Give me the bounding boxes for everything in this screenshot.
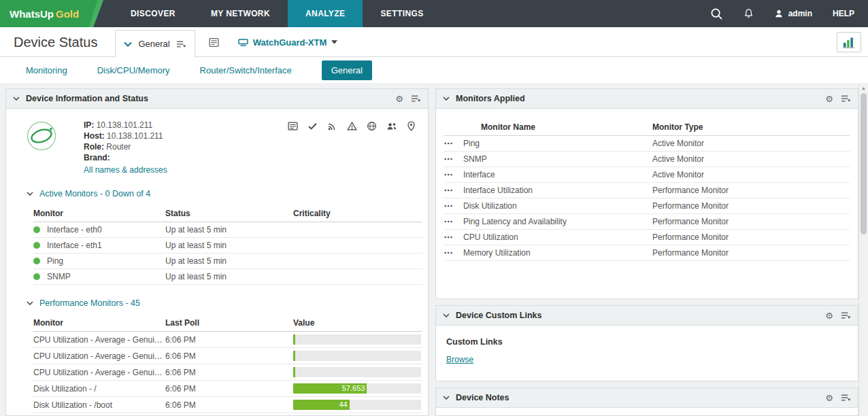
vertical-scrollbar[interactable]: ▲: [858, 83, 868, 416]
subtab-monitoring[interactable]: Monitoring: [26, 65, 67, 75]
row-menu-dots-icon[interactable]: [444, 142, 463, 145]
monitor-row[interactable]: Interface Active Monitor: [444, 167, 850, 183]
custom-links-label: Custom Links: [446, 337, 848, 347]
router-device-icon[interactable]: [27, 121, 56, 151]
monitor-row[interactable]: Interface Utilization Performance Monito…: [444, 183, 850, 198]
active-monitor-row[interactable]: Interface - eth1 Up at least 5 min: [33, 238, 422, 254]
search-icon[interactable]: [710, 7, 723, 20]
active-monitors-toggle[interactable]: Active Monitors - 0 Down of 4: [27, 189, 418, 198]
col-status: Status: [165, 205, 293, 222]
panel-menu-icon[interactable]: [841, 311, 851, 319]
performance-monitor-row[interactable]: CPU Utilization - Average - Genuin... 6:…: [33, 364, 422, 381]
monitor-type: Performance Monitor: [652, 217, 850, 226]
gear-icon[interactable]: ⚙: [395, 94, 403, 103]
gear-icon[interactable]: ⚙: [825, 394, 833, 402]
active-monitor-row[interactable]: Ping Up at least 5 min: [33, 254, 422, 269]
col-monitor-name: Monitor Name: [463, 122, 652, 132]
monitor-name: Disk Utilization - /boot: [33, 397, 165, 413]
help-link[interactable]: HELP: [833, 9, 854, 18]
active-monitor-row[interactable]: Interface - eth0 Up at least 5 min: [33, 222, 422, 238]
device-summary: IP: 10.138.101.211 Host: 10.138.101.211 …: [27, 120, 418, 175]
scrollbar-thumb[interactable]: [861, 93, 867, 235]
notifications-bell-icon[interactable]: [744, 8, 754, 19]
monitor-row[interactable]: Ping Latency and Availability Performanc…: [444, 214, 850, 230]
monitor-row[interactable]: Disk Utilization Performance Monitor: [444, 198, 850, 214]
warning-icon[interactable]: [347, 121, 357, 131]
report-icon[interactable]: [288, 121, 298, 131]
view-tab-general[interactable]: General: [115, 30, 195, 57]
nav-item-settings[interactable]: SETTINGS: [363, 0, 441, 27]
monitor-row[interactable]: CPU Utilization Performance Monitor: [444, 230, 850, 245]
row-menu-dots-icon[interactable]: [444, 189, 463, 192]
device-notes-header[interactable]: Device Notes ⚙: [436, 388, 858, 408]
device-info-panel: Device Information and Status ⚙ IP: 10.1…: [5, 88, 429, 416]
group-icon[interactable]: [386, 121, 397, 131]
row-menu-dots-icon[interactable]: [444, 236, 463, 239]
col-last-poll: Last Poll: [165, 315, 293, 332]
row-menu-dots-icon[interactable]: [444, 158, 463, 160]
performance-monitor-row[interactable]: CPU Utilization - Average - Genuin... 6:…: [33, 348, 422, 364]
whatsup-gold-logo[interactable]: WhatsUp Gold: [0, 0, 103, 27]
panel-header-icons: ⚙: [825, 394, 851, 402]
nav-item-discover[interactable]: DISCOVER: [113, 0, 193, 27]
monitor-criticality: [293, 269, 422, 285]
panel-title: Device Notes: [456, 393, 510, 402]
subtab-disk-cpu-memory[interactable]: Disk/CPU/Memory: [97, 65, 170, 75]
device-info-panel-header[interactable]: Device Information and Status ⚙: [6, 89, 428, 109]
performance-monitor-row[interactable]: Disk Utilization - / 6:06 PM 57.653: [33, 381, 422, 397]
subtab-general[interactable]: General: [322, 60, 372, 80]
report-list-icon[interactable]: [209, 37, 219, 48]
table-header-row: Monitor Last Poll Value: [33, 315, 422, 332]
check-icon[interactable]: [307, 121, 318, 131]
bar-chart-icon: [843, 37, 855, 48]
row-menu-dots-icon[interactable]: [444, 173, 463, 176]
performance-monitor-row[interactable]: CPU Utilization - Average - Genuin... 6:…: [33, 332, 422, 348]
row-menu-dots-icon[interactable]: [444, 252, 463, 254]
web-globe-icon[interactable]: [367, 121, 377, 131]
field-ip: IP: 10.138.101.211: [84, 120, 167, 131]
performance-monitors-table: Monitor Last Poll Value CPU Utilization …: [33, 315, 422, 415]
row-menu-dots-icon[interactable]: [444, 220, 463, 223]
nav-item-my-network[interactable]: MY NETWORK: [193, 0, 288, 27]
page-title: Device Status: [14, 35, 97, 50]
monitor-name: Disk Utilization - /: [33, 381, 165, 397]
last-poll: 6:06 PM: [165, 364, 293, 381]
monitor-name: Ping: [47, 256, 63, 266]
subtab-router-switch-interface[interactable]: Router/Switch/Interface: [200, 65, 292, 75]
row-menu-dots-icon[interactable]: [444, 205, 463, 207]
gear-icon[interactable]: ⚙: [825, 94, 833, 103]
monitor-type: Performance Monitor: [652, 232, 850, 242]
content-area: Device Information and Status ⚙ IP: 10.1…: [0, 83, 868, 416]
panel-menu-icon[interactable]: [841, 94, 851, 103]
performance-monitor-row[interactable]: Disk Utilization - /dev/shm 6:06 PM: [33, 413, 422, 416]
chart-button[interactable]: [837, 32, 861, 52]
device-selector[interactable]: WatchGuard-XTM: [238, 37, 338, 48]
custom-links-header[interactable]: Device Custom Links ⚙: [436, 306, 858, 326]
gear-icon[interactable]: ⚙: [825, 311, 833, 320]
value-bar: 57.653: [293, 383, 421, 394]
value-bar-fill: [293, 351, 295, 361]
panel-menu-icon[interactable]: [411, 94, 421, 103]
last-poll: 6:06 PM: [165, 397, 293, 413]
device-icon: [238, 38, 248, 47]
monitor-row[interactable]: SNMP Active Monitor: [444, 152, 850, 167]
monitor-row[interactable]: Memory Utilization Performance Monitor: [444, 245, 850, 261]
monitor-name: Ping: [463, 139, 652, 148]
nav-item-analyze[interactable]: ANALYZE: [288, 0, 363, 27]
monitor-criticality: [293, 238, 422, 254]
all-names-addresses-link[interactable]: All names & addresses: [84, 164, 167, 175]
wireless-icon[interactable]: [327, 121, 337, 131]
browse-link[interactable]: Browse: [446, 355, 473, 364]
view-tab-label: General: [138, 39, 169, 49]
scrollbar-up-arrow[interactable]: ▲: [859, 83, 868, 92]
col-monitor: Monitor: [33, 315, 165, 332]
location-pin-icon[interactable]: [407, 121, 416, 131]
monitor-row[interactable]: Ping Active Monitor: [444, 136, 850, 152]
user-menu[interactable]: admin: [774, 9, 812, 18]
active-monitor-row[interactable]: SNMP Up at least 5 min: [33, 269, 422, 285]
panel-menu-icon[interactable]: [841, 394, 851, 402]
performance-monitors-toggle[interactable]: Performance Monitors - 45: [27, 298, 418, 308]
monitors-applied-header[interactable]: Monitors Applied ⚙: [436, 89, 858, 109]
performance-monitor-row[interactable]: Disk Utilization - /boot 6:06 PM 44: [33, 397, 422, 413]
monitor-criticality: [293, 254, 422, 269]
